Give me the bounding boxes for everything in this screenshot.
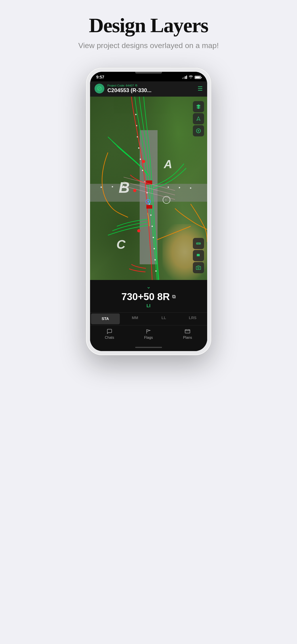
svg-point-29 [133, 189, 136, 192]
phone-screen: 9:57 Proje [90, 72, 207, 351]
home-bar [135, 347, 162, 348]
coordinate-label: LI [94, 303, 203, 308]
flag-button[interactable] [193, 250, 204, 261]
tab-lrs[interactable]: LRS [178, 312, 207, 325]
design-overlay: A B C ↑ [90, 96, 207, 280]
project-name: C204553 (R-330... [107, 87, 194, 94]
chevron-row: ⌄ [90, 284, 207, 290]
tab-mm[interactable]: MM [121, 312, 150, 325]
coordinate-value: 730+50 8R ⧉ [94, 291, 203, 302]
phone-shell: 9:57 Proje [86, 68, 211, 355]
header-center: Project Code: 64407 ⧉ C204553 (R-330... [107, 84, 194, 94]
svg-point-30 [137, 229, 140, 232]
home-indicator [90, 345, 207, 351]
navigate-button[interactable] [193, 113, 204, 124]
nav-plans[interactable]: Plans [168, 328, 207, 340]
svg-point-15 [101, 186, 102, 188]
layers-button[interactable] [193, 101, 204, 112]
tab-sta[interactable]: STA [91, 314, 120, 324]
svg-point-5 [142, 170, 143, 171]
unit-tabs: STA MM LL LRS [90, 312, 207, 325]
svg-point-19 [179, 187, 180, 188]
camera-button[interactable] [193, 262, 204, 273]
svg-point-28 [142, 160, 145, 163]
hamburger-icon[interactable]: ☰ [198, 86, 203, 92]
svg-point-13 [154, 259, 156, 260]
map-area[interactable]: A B C ↑ [90, 96, 207, 280]
map-controls-top [193, 101, 204, 136]
phone-speaker [135, 72, 162, 74]
svg-point-11 [153, 237, 154, 238]
svg-rect-22 [146, 205, 152, 209]
svg-point-4 [140, 158, 141, 160]
svg-point-43 [198, 267, 199, 268]
svg-rect-44 [185, 330, 190, 333]
coordinate-copy-icon[interactable]: ⧉ [172, 294, 176, 300]
svg-text:↑: ↑ [165, 198, 167, 202]
bottom-nav: Chats Flags Plans [90, 325, 207, 345]
page-title: Design Layers [89, 14, 208, 37]
svg-point-3 [138, 147, 139, 149]
battery-icon [195, 76, 201, 79]
nav-flags-label: Flags [144, 336, 153, 340]
svg-point-18 [168, 186, 169, 188]
bottom-panel: ⌄ 730+50 8R ⧉ LI STA MM LL LRS [90, 280, 207, 351]
chevron-down-icon[interactable]: ⌄ [146, 284, 151, 290]
status-time: 9:57 [96, 75, 104, 80]
svg-point-10 [152, 226, 153, 227]
app-logo [94, 84, 104, 94]
measure-button[interactable] [193, 238, 204, 249]
app-header: Project Code: 64407 ⧉ C204553 (R-330... … [90, 82, 207, 96]
map-controls-bottom [193, 238, 204, 273]
nav-flags[interactable]: Flags [129, 328, 168, 340]
svg-point-14 [155, 270, 157, 272]
svg-point-0 [135, 114, 137, 115]
signal-icon [182, 76, 187, 79]
nav-chats-label: Chats [105, 336, 114, 340]
add-button[interactable] [193, 125, 204, 136]
svg-text:B: B [119, 179, 130, 196]
svg-point-24 [147, 201, 149, 202]
project-code: Project Code: 64407 ⧉ [107, 84, 194, 87]
svg-point-9 [150, 214, 152, 216]
svg-text:C: C [116, 237, 126, 251]
svg-point-16 [112, 186, 113, 188]
nav-plans-label: Plans [183, 336, 192, 340]
svg-point-20 [190, 188, 191, 189]
wifi-icon [189, 75, 193, 80]
page-subtitle: View project designs overlayed on a map! [78, 41, 219, 50]
coordinate-display: 730+50 8R ⧉ LI [90, 291, 207, 310]
nav-chats[interactable]: Chats [90, 328, 129, 340]
svg-text:A: A [163, 158, 172, 170]
svg-point-12 [154, 248, 155, 249]
tab-ll[interactable]: LL [150, 312, 178, 325]
copy-icon[interactable]: ⧉ [135, 84, 137, 87]
status-icons [182, 75, 201, 80]
